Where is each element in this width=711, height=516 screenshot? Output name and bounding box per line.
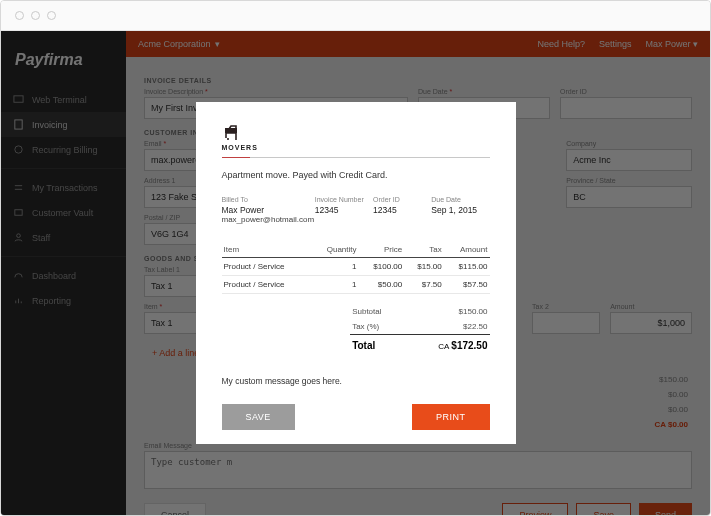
table-row: Product / Service 1 $50.00 $7.50 $57.50 (222, 276, 490, 294)
total-label: Total (352, 340, 375, 351)
due-date-label: Due Date (431, 196, 489, 203)
window-titlebar (1, 1, 710, 31)
subtotal-value: $150.00 (459, 307, 488, 316)
invoice-number-label: Invoice Number (315, 196, 373, 203)
col-qty: Quantity (312, 242, 359, 258)
invoice-preview-modal: MOVERS Apartment move. Payed with Credit… (196, 102, 516, 444)
cell-price: $50.00 (359, 276, 405, 294)
tax-label: Tax (%) (352, 322, 379, 331)
col-amount: Amount (444, 242, 490, 258)
movers-logo-icon (222, 122, 242, 140)
cell-qty: 1 (312, 276, 359, 294)
app-window: Payfirma Web Terminal Invoicing Recurrin… (0, 0, 711, 516)
line-items-table: Item Quantity Price Tax Amount Product /… (222, 242, 490, 294)
order-id-value: 12345 (373, 205, 431, 215)
cell-tax: $15.00 (404, 258, 444, 276)
cell-item: Product / Service (222, 258, 312, 276)
invoice-number-value: 12345 (315, 205, 373, 215)
invoice-summary: Subtotal$150.00 Tax (%)$22.50 TotalCA$17… (350, 304, 489, 354)
order-id-label: Order ID (373, 196, 431, 203)
tax-value: $22.50 (463, 322, 487, 331)
cell-amount: $57.50 (444, 276, 490, 294)
cell-item: Product / Service (222, 276, 312, 294)
cell-amount: $115.00 (444, 258, 490, 276)
billed-to-email: max_power@hotmail.com (222, 215, 315, 224)
col-tax: Tax (404, 242, 444, 258)
custom-message: My custom message goes here. (222, 376, 490, 386)
cell-price: $100.00 (359, 258, 405, 276)
col-price: Price (359, 242, 405, 258)
cell-tax: $7.50 (404, 276, 444, 294)
table-row: Product / Service 1 $100.00 $15.00 $115.… (222, 258, 490, 276)
window-dot[interactable] (31, 11, 40, 20)
company-logo-name: MOVERS (222, 144, 490, 151)
window-dot[interactable] (15, 11, 24, 20)
svg-rect-5 (225, 128, 237, 133)
billed-to-label: Billed To (222, 196, 315, 203)
window-dot[interactable] (47, 11, 56, 20)
billed-to-name: Max Power (222, 205, 315, 215)
due-date-value: Sep 1, 2015 (431, 205, 489, 215)
modal-save-button[interactable]: SAVE (222, 404, 295, 430)
modal-overlay[interactable]: MOVERS Apartment move. Payed with Credit… (1, 31, 710, 515)
subtotal-label: Subtotal (352, 307, 381, 316)
total-value: CA$172.50 (438, 340, 487, 351)
cell-qty: 1 (312, 258, 359, 276)
modal-print-button[interactable]: PRINT (412, 404, 490, 430)
divider (222, 157, 490, 158)
col-item: Item (222, 242, 312, 258)
invoice-description: Apartment move. Payed with Credit Card. (222, 170, 490, 180)
